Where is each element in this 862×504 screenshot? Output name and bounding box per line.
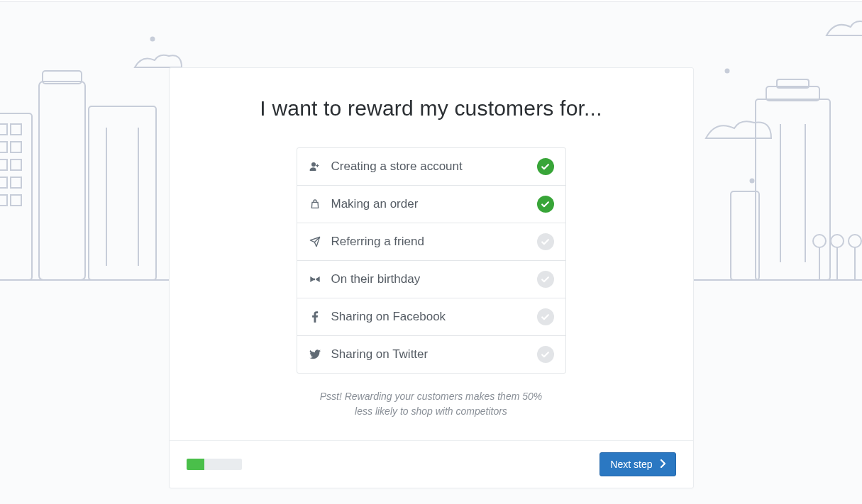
send-icon bbox=[309, 236, 321, 247]
svg-rect-1 bbox=[39, 82, 85, 280]
option-label: Sharing on Twitter bbox=[331, 347, 527, 362]
option-label: On their birthday bbox=[331, 272, 527, 286]
svg-point-27 bbox=[813, 235, 826, 247]
svg-rect-21 bbox=[756, 99, 830, 280]
svg-rect-19 bbox=[0, 195, 7, 206]
svg-rect-11 bbox=[11, 142, 21, 152]
svg-rect-16 bbox=[0, 177, 7, 188]
facebook-icon bbox=[309, 311, 321, 323]
svg-rect-17 bbox=[11, 177, 21, 188]
next-step-label: Next step bbox=[610, 459, 652, 470]
card-footer: Next step bbox=[170, 440, 693, 488]
svg-rect-13 bbox=[0, 159, 7, 170]
svg-rect-26 bbox=[731, 191, 759, 280]
option-birthday[interactable]: On their birthday bbox=[297, 261, 565, 298]
svg-rect-10 bbox=[0, 142, 7, 152]
svg-rect-0 bbox=[0, 113, 32, 280]
next-step-button[interactable]: Next step bbox=[599, 452, 675, 476]
svg-rect-20 bbox=[11, 195, 21, 206]
twitter-icon bbox=[309, 349, 321, 359]
svg-rect-22 bbox=[766, 86, 819, 101]
svg-rect-23 bbox=[777, 79, 809, 88]
reward-option-list: Creating a store account Making an order… bbox=[297, 147, 566, 374]
progress-bar bbox=[187, 459, 242, 470]
check-icon bbox=[537, 196, 554, 213]
option-facebook[interactable]: Sharing on Facebook bbox=[297, 298, 565, 336]
svg-point-33 bbox=[726, 69, 729, 73]
option-label: Referring a friend bbox=[331, 235, 527, 249]
option-label: Creating a store account bbox=[331, 159, 527, 174]
bowtie-icon bbox=[309, 275, 321, 284]
svg-point-29 bbox=[831, 235, 844, 247]
svg-point-35 bbox=[151, 38, 155, 41]
svg-rect-2 bbox=[43, 71, 82, 84]
check-icon bbox=[537, 158, 554, 175]
option-create-account[interactable]: Creating a store account bbox=[297, 148, 565, 186]
check-icon bbox=[537, 233, 554, 250]
check-icon bbox=[537, 271, 554, 288]
option-make-order[interactable]: Making an order bbox=[297, 186, 565, 223]
check-icon bbox=[537, 308, 554, 325]
option-label: Sharing on Facebook bbox=[331, 310, 527, 324]
check-icon bbox=[537, 346, 554, 363]
option-refer-friend[interactable]: Referring a friend bbox=[297, 223, 565, 261]
chevron-right-icon bbox=[660, 459, 665, 470]
page-title: I want to reward my customers for... bbox=[212, 96, 651, 121]
top-border bbox=[0, 0, 862, 2]
svg-rect-3 bbox=[89, 106, 156, 280]
option-label: Making an order bbox=[331, 197, 527, 211]
bag-icon bbox=[309, 198, 321, 210]
progress-fill bbox=[187, 459, 205, 470]
user-plus-icon bbox=[309, 161, 321, 172]
svg-point-31 bbox=[849, 235, 861, 247]
svg-rect-7 bbox=[0, 124, 7, 135]
svg-point-34 bbox=[751, 179, 754, 183]
hint-text: Psst! Rewarding your customers makes the… bbox=[318, 389, 545, 419]
svg-rect-8 bbox=[11, 124, 21, 135]
onboarding-card: I want to reward my customers for... Cre… bbox=[169, 67, 694, 488]
option-twitter[interactable]: Sharing on Twitter bbox=[297, 336, 565, 373]
svg-rect-14 bbox=[11, 159, 21, 170]
